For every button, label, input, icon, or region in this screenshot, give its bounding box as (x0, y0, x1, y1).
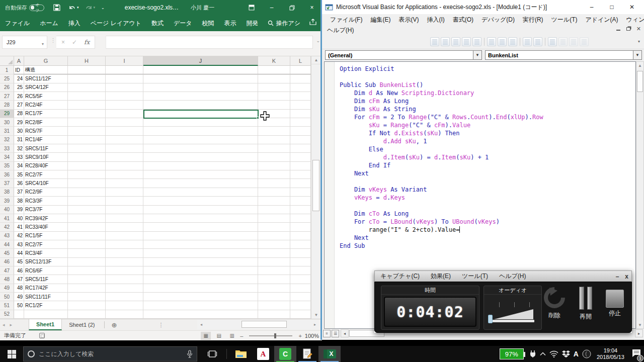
cell-I33[interactable] (106, 144, 143, 153)
taskbar-search-input[interactable]: ここに入力して検索 (23, 346, 197, 361)
cell-A35[interactable]: 34 (14, 162, 24, 170)
recorder-menu-ヘルプ(H)[interactable]: ヘルプ(H) (494, 272, 532, 281)
ribbon-tab-ページ レイアウト[interactable]: ページ レイアウト (86, 15, 146, 31)
cell-L28[interactable] (290, 101, 311, 109)
cell-H26[interactable] (68, 83, 106, 92)
cell-G31[interactable]: RC5/7F (24, 127, 68, 135)
cell-K27[interactable] (258, 92, 290, 101)
menu-ファイル(F)[interactable]: ファイル(F) (326, 16, 366, 24)
cell-L34[interactable] (290, 153, 311, 161)
cell-H48[interactable] (68, 275, 106, 284)
row-header-34[interactable]: 34 (0, 153, 14, 161)
cell-G28[interactable]: RC2/4F (24, 101, 68, 109)
cell-J27[interactable] (143, 92, 258, 101)
zoom-in-icon[interactable]: + (298, 333, 301, 339)
cell-K35[interactable] (258, 162, 290, 170)
ribbon-tab-ホーム[interactable]: ホーム (35, 15, 63, 31)
recorder-menu-キャプチャ(C)[interactable]: キャプチャ(C) (375, 272, 425, 281)
row-header-44[interactable]: 44 (0, 240, 14, 249)
bookmark-toggle-icon[interactable] (548, 37, 557, 46)
cell-K31[interactable] (258, 127, 290, 135)
procedure-view-icon[interactable]: ≡ (323, 330, 331, 337)
recorder-menu-効果(E)[interactable]: 効果(E) (425, 272, 456, 281)
cell-H43[interactable] (68, 232, 106, 240)
row-header-37[interactable]: 37 (0, 179, 14, 188)
horizontal-scroll-thumb[interactable] (242, 321, 287, 328)
cell-L46[interactable] (290, 258, 311, 266)
cell-J40[interactable] (143, 206, 258, 214)
font-icon[interactable] (472, 37, 481, 46)
cell-I49[interactable] (106, 284, 143, 293)
menu-編集(E)[interactable]: 編集(E) (366, 16, 394, 24)
delete-button[interactable]: 削除 (541, 286, 568, 332)
cell-J30[interactable] (143, 118, 258, 127)
code-line[interactable]: Dim cTo As Long (340, 210, 543, 218)
cell-H29[interactable] (68, 110, 106, 118)
cell-I46[interactable] (106, 258, 143, 266)
cell-J37[interactable] (143, 179, 258, 188)
row-header-39[interactable]: 39 (0, 197, 14, 205)
row-header-36[interactable]: 36 (0, 170, 14, 179)
cell-J33[interactable] (143, 144, 258, 153)
cell-G52[interactable] (24, 310, 68, 319)
code-line[interactable]: Else (340, 145, 543, 153)
mdi-restore-icon[interactable] (626, 27, 630, 31)
indent-icon[interactable] (487, 37, 496, 46)
cell-A41[interactable]: 40 (14, 214, 24, 223)
cell-A49[interactable]: 48 (14, 284, 24, 293)
cell-A43[interactable]: 42 (14, 232, 24, 240)
cancel-icon[interactable]: × (61, 39, 65, 46)
cell-A1[interactable]: ID (14, 66, 24, 74)
cell-I52[interactable] (106, 310, 143, 319)
row-header-46[interactable]: 46 (0, 258, 14, 266)
cell-L37[interactable] (290, 179, 311, 188)
cell-A44[interactable]: 43 (14, 240, 24, 249)
cell-I51[interactable] (106, 301, 143, 310)
cell-G29[interactable]: RC1/7F (24, 110, 68, 118)
menu-ツール(T)[interactable]: ツール(T) (547, 16, 582, 24)
cell-G37[interactable]: SRC4/10F (24, 179, 68, 188)
cell-K38[interactable] (258, 188, 290, 197)
ribbon-tab-表示[interactable]: 表示 (219, 15, 242, 31)
code-line[interactable]: d.Item(sKu) = d.Item(sKu) + 1 (340, 153, 543, 161)
code-line[interactable]: vKeys = d.Keys (340, 194, 543, 202)
column-header-G[interactable]: G (24, 56, 68, 66)
cell-J42[interactable] (143, 223, 258, 231)
vertical-scroll-thumb[interactable] (312, 160, 319, 211)
cell-I47[interactable] (106, 266, 143, 275)
cell-G47[interactable]: RC6/6F (24, 266, 68, 275)
full-module-view-icon[interactable]: ☰ (332, 330, 339, 337)
cell-K48[interactable] (258, 275, 290, 284)
cell-G41[interactable]: RC39/42F (24, 214, 68, 223)
cell-G25[interactable]: SRC11/12F (24, 74, 68, 83)
cell-L51[interactable] (290, 301, 311, 310)
selected-cell-J29[interactable] (143, 110, 259, 119)
cell-I50[interactable] (106, 293, 143, 301)
start-button[interactable] (0, 346, 23, 362)
row-header-31[interactable]: 31 (0, 127, 14, 135)
cell-J49[interactable] (143, 284, 258, 293)
cell-A29[interactable]: 28 (14, 110, 24, 118)
row-header-25[interactable]: 25 (0, 74, 14, 83)
cell-G34[interactable]: SRC9/10F (24, 153, 68, 161)
cell-K47[interactable] (258, 266, 290, 275)
menu-アドイン(A)[interactable]: アドイン(A) (581, 16, 622, 24)
cell-H38[interactable] (68, 188, 106, 197)
cell-A45[interactable]: 44 (14, 249, 24, 257)
acrobat-button[interactable]: A (252, 346, 274, 362)
cell-K33[interactable] (258, 144, 290, 153)
cell-A32[interactable]: 31 (14, 136, 24, 144)
cell-L41[interactable] (290, 214, 311, 223)
cell-H31[interactable] (68, 127, 106, 135)
cell-A28[interactable]: 27 (14, 101, 24, 109)
cell-L38[interactable] (290, 188, 311, 197)
procedure-combo-dropdown-icon[interactable]: ▼ (633, 51, 641, 59)
cell-I44[interactable] (106, 240, 143, 249)
autosave-pill[interactable]: オフ (29, 5, 44, 11)
row-header-28[interactable]: 28 (0, 101, 14, 109)
cell-G42[interactable]: RC33/40F (24, 223, 68, 231)
sheet-nav-right-icon[interactable]: ▸ (8, 319, 15, 330)
code-line[interactable]: End If (340, 161, 543, 169)
row-header-26[interactable]: 26 (0, 83, 14, 92)
dropbox-icon[interactable] (562, 350, 570, 357)
